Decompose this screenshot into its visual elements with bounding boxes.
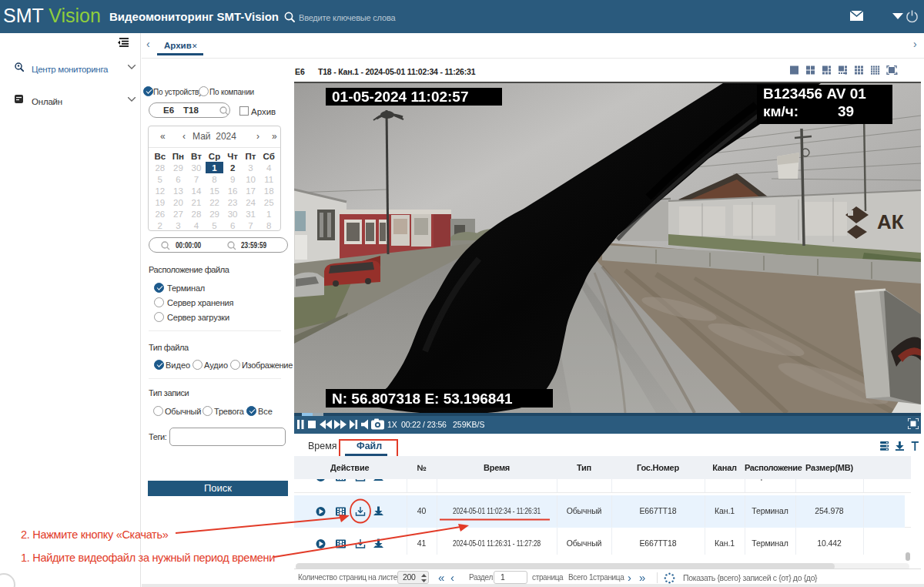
svg-text:км/ч:: км/ч: bbox=[763, 103, 798, 119]
svg-text:В123456 AV 01: В123456 AV 01 bbox=[763, 86, 866, 102]
svg-text:39: 39 bbox=[838, 103, 854, 119]
svg-text:N: 56.807318 E: 53.196841: N: 56.807318 E: 53.196841 bbox=[332, 391, 513, 407]
svg-text:АК: АК bbox=[877, 210, 904, 233]
svg-text:01-05-2024 11:02:57: 01-05-2024 11:02:57 bbox=[332, 89, 468, 105]
